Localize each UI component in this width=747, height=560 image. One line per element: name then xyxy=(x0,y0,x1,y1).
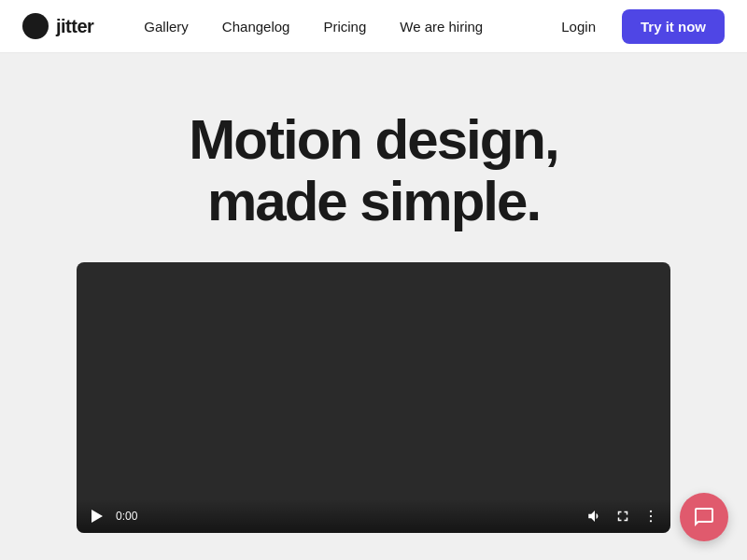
logo-text: jitter xyxy=(56,16,93,37)
video-controls: 0:00 xyxy=(77,499,670,533)
login-link[interactable]: Login xyxy=(546,11,611,42)
navbar: jitter Gallery Changelog Pricing We are … xyxy=(0,0,747,53)
nav-links: Gallery Changelog Pricing We are hiring xyxy=(131,11,546,42)
svg-point-1 xyxy=(650,515,652,517)
video-timestamp: 0:00 xyxy=(116,510,137,523)
nav-link-changelog[interactable]: Changelog xyxy=(209,11,303,42)
video-more-button[interactable] xyxy=(642,508,659,525)
nav-link-gallery[interactable]: Gallery xyxy=(131,11,202,42)
hero-section: Motion design, made simple. 0:00 xyxy=(0,53,747,533)
hero-title-line1: Motion design, xyxy=(189,108,557,171)
more-icon xyxy=(642,508,659,525)
logo[interactable]: jitter xyxy=(22,13,93,39)
volume-icon xyxy=(586,508,603,525)
nav-right: Login Try it now xyxy=(546,9,725,44)
logo-icon xyxy=(22,13,49,39)
video-fullscreen-button[interactable] xyxy=(614,508,631,525)
hero-title: Motion design, made simple. xyxy=(189,109,557,232)
chat-icon xyxy=(693,506,715,528)
video-play-button[interactable] xyxy=(88,507,106,525)
video-volume-button[interactable] xyxy=(586,508,603,525)
nav-link-pricing[interactable]: Pricing xyxy=(310,11,379,42)
fullscreen-icon xyxy=(614,508,631,525)
svg-point-0 xyxy=(650,511,652,512)
play-icon xyxy=(92,510,103,523)
video-right-controls xyxy=(586,508,659,525)
hero-title-line2: made simple. xyxy=(207,170,540,232)
video-player[interactable]: 0:00 xyxy=(77,262,670,533)
svg-point-2 xyxy=(650,520,652,522)
try-it-now-button[interactable]: Try it now xyxy=(622,9,725,44)
nav-link-hiring[interactable]: We are hiring xyxy=(387,11,496,42)
chat-button[interactable] xyxy=(680,493,728,541)
